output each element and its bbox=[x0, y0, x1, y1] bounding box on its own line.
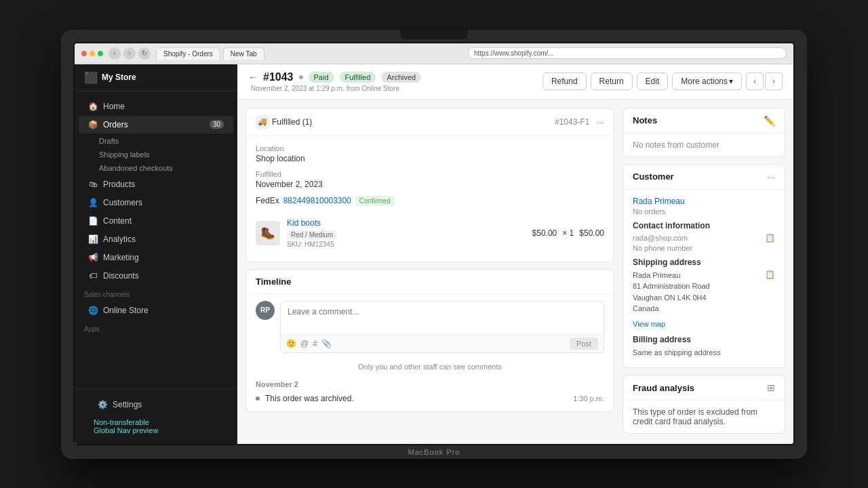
fulfilled-row: Fulfilled November 2, 2023 bbox=[256, 170, 604, 189]
customers-icon: 👤 bbox=[88, 198, 98, 207]
copy-email-button[interactable]: 📋 bbox=[765, 233, 775, 243]
fulfilled-date: November 2, 2023 bbox=[256, 180, 604, 189]
fulfillment-body: Location Shop location Fulfilled Novembe… bbox=[246, 136, 614, 262]
sidebar-item-settings[interactable]: ⚙️ Settings bbox=[88, 396, 224, 413]
notes-card: Notes ✏️ No notes from customer bbox=[623, 108, 785, 157]
billing-address: Same as shipping address bbox=[633, 347, 775, 359]
timeline-body: RP 🙂 @ # bbox=[246, 294, 614, 411]
close-dot[interactable] bbox=[81, 51, 87, 56]
fulfillment-ref: #1043-F1 bbox=[555, 117, 589, 127]
nav-label-online-store: Online Store bbox=[103, 306, 149, 315]
sales-channels-label: Sales channels bbox=[75, 285, 237, 301]
fraud-header: Fraud analysis ⊞ bbox=[623, 375, 785, 401]
fraud-menu-button[interactable]: ⊞ bbox=[767, 382, 775, 393]
timeline-date: November 2 bbox=[256, 380, 604, 388]
sidebar-item-home[interactable]: 🏠 Home bbox=[79, 98, 233, 115]
nav-label-products: Products bbox=[103, 180, 135, 189]
fullscreen-dot[interactable] bbox=[98, 51, 103, 56]
sidebar-item-marketing[interactable]: 📢 Marketing bbox=[79, 249, 233, 266]
status-badge-archived: Archived bbox=[381, 72, 421, 83]
home-icon: 🏠 bbox=[88, 102, 98, 111]
comment-note: Only you and other staff can see comment… bbox=[256, 360, 604, 376]
product-name[interactable]: Kid boots bbox=[287, 218, 526, 228]
tracking-row: FedEx 882449810003300 Confirmed bbox=[256, 196, 604, 206]
browser-tab-1[interactable]: Shopify - Orders bbox=[156, 47, 220, 60]
sidebar-item-customers[interactable]: 👤 Customers bbox=[79, 194, 233, 211]
status-badge-fulfilled: Fulfilled bbox=[340, 72, 376, 83]
sidebar-item-shipping-labels[interactable]: Shipping labels bbox=[75, 148, 237, 161]
status-dot bbox=[299, 75, 303, 79]
user-avatar: RP bbox=[256, 301, 275, 320]
nav-label-orders: Orders bbox=[103, 120, 128, 129]
nav-label-settings: Settings bbox=[113, 400, 142, 409]
refund-button[interactable]: Refund bbox=[542, 73, 587, 90]
post-button[interactable]: Post bbox=[570, 338, 598, 350]
hashtag-icon[interactable]: # bbox=[313, 339, 317, 348]
comment-input[interactable] bbox=[281, 302, 604, 331]
sidebar-item-analytics[interactable]: 📊 Analytics bbox=[79, 230, 233, 248]
customer-menu-button[interactable]: ··· bbox=[767, 171, 775, 182]
notes-edit-button[interactable]: ✏️ bbox=[764, 115, 775, 126]
sidebar-item-orders[interactable]: 📦 Orders 30 bbox=[79, 116, 233, 134]
shipping-line2: Vaughan ON L4K 0H4 bbox=[633, 293, 707, 302]
notes-header: Notes ✏️ bbox=[623, 108, 785, 134]
copy-address-button[interactable]: 📋 bbox=[765, 270, 775, 279]
mention-icon[interactable]: @ bbox=[300, 339, 309, 348]
store-name: My Store bbox=[102, 73, 136, 82]
location-value: Shop location bbox=[256, 154, 604, 163]
timeline-event-text: This order was archived. bbox=[265, 394, 568, 403]
attachment-icon[interactable]: 📎 bbox=[321, 339, 332, 348]
customer-card: Customer ··· Rada Primeau No orders Cont… bbox=[623, 164, 785, 369]
customer-name[interactable]: Rada Primeau bbox=[633, 197, 775, 206]
prev-order-button[interactable]: ‹ bbox=[746, 73, 764, 90]
global-nav-label: Global Nav preview bbox=[94, 426, 158, 434]
nav-label-marketing: Marketing bbox=[103, 253, 139, 262]
customer-phone: No phone number bbox=[633, 244, 775, 252]
customer-header: Customer ··· bbox=[623, 165, 785, 190]
fraud-card: Fraud analysis ⊞ This type of order is e… bbox=[623, 375, 785, 434]
back-button[interactable]: ← bbox=[248, 72, 258, 83]
return-button[interactable]: Return bbox=[591, 73, 633, 90]
shipping-address-label: Shipping address bbox=[633, 258, 775, 267]
fulfillment-menu-button[interactable]: ··· bbox=[596, 117, 604, 127]
browser-tab-2[interactable]: New Tab bbox=[223, 47, 264, 60]
shipping-address: Rada Primeau 81 Administration Road Vaug… bbox=[633, 270, 710, 314]
non-transferable-item[interactable]: Non-transferable Global Nav preview bbox=[84, 414, 228, 439]
refresh-button[interactable]: ↻ bbox=[138, 47, 151, 60]
customer-title: Customer bbox=[633, 171, 674, 182]
sidebar-item-drafts[interactable]: Drafts bbox=[75, 134, 237, 148]
online-store-icon: 🌐 bbox=[88, 306, 98, 315]
browser-chrome: ‹ › ↻ Shopify - Orders New Tab https://w… bbox=[75, 43, 793, 64]
toolbar-icons: 🙂 @ # 📎 bbox=[286, 339, 332, 348]
nav-label-content: Content bbox=[103, 216, 132, 226]
back-button[interactable]: ‹ bbox=[108, 47, 121, 60]
tracking-status: Confirmed bbox=[355, 196, 395, 206]
tracking-number[interactable]: 882449810003300 bbox=[283, 196, 351, 205]
more-actions-button[interactable]: More actions ▾ bbox=[672, 73, 742, 90]
order-subtitle: November 2, 2023 at 1:29 p.m. from Onlin… bbox=[248, 85, 536, 92]
sidebar-item-content[interactable]: 📄 Content bbox=[79, 212, 233, 230]
content-icon: 📄 bbox=[88, 216, 98, 226]
edit-button[interactable]: Edit bbox=[637, 73, 669, 90]
sidebar-item-discounts[interactable]: 🏷 Discounts bbox=[79, 267, 233, 285]
emoji-icon[interactable]: 🙂 bbox=[286, 339, 296, 348]
sidebar-item-online-store[interactable]: 🌐 Online Store bbox=[79, 302, 233, 319]
notes-content: No notes from customer bbox=[623, 134, 785, 157]
forward-button[interactable]: › bbox=[123, 47, 136, 60]
main-content: ← #1043 Paid Fulfilled Archived November… bbox=[237, 64, 793, 444]
analytics-icon: 📊 bbox=[88, 235, 98, 244]
next-order-button[interactable]: › bbox=[765, 73, 783, 90]
side-column: Notes ✏️ No notes from customer Customer… bbox=[623, 108, 785, 436]
browser-dots bbox=[81, 51, 103, 56]
header-actions: Refund Return Edit More actions ▾ ‹ › bbox=[542, 73, 783, 90]
fraud-text: This type of order is excluded from cred… bbox=[633, 407, 775, 426]
sidebar-footer: ⚙️ Settings Non-transferable Global Nav … bbox=[75, 389, 237, 444]
minimize-dot[interactable] bbox=[90, 51, 95, 56]
timeline-title: Timeline bbox=[256, 277, 292, 287]
address-bar[interactable]: https://www.shopify.com/... bbox=[468, 47, 787, 59]
billing-address-label: Billing address bbox=[633, 335, 775, 344]
sidebar-item-abandoned-checkouts[interactable]: Abandoned checkouts bbox=[75, 161, 237, 175]
sidebar-item-products[interactable]: 🛍 Products bbox=[79, 176, 233, 193]
sidebar-nav: 🏠 Home 📦 Orders 30 Drafts Shipping label… bbox=[75, 92, 237, 389]
view-map-link[interactable]: View map bbox=[633, 320, 665, 328]
